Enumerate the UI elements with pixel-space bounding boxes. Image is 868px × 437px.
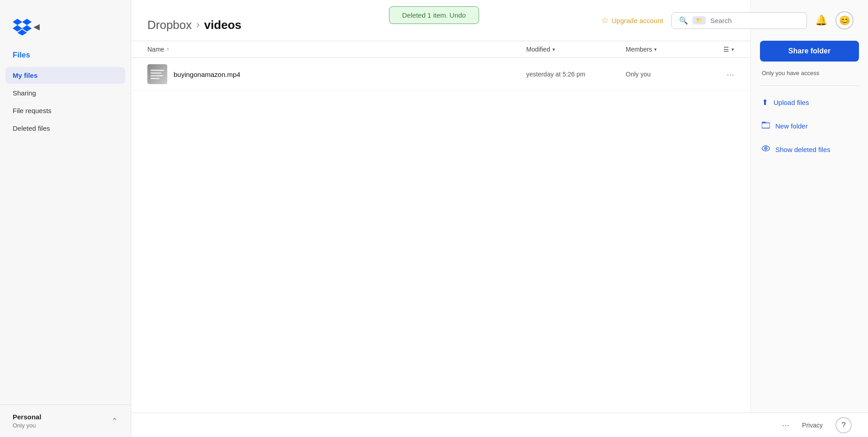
sidebar-account-title: Personal <box>13 413 41 421</box>
sidebar-logo-area: ◀ <box>0 9 131 51</box>
breadcrumb: Dropbox › videos <box>147 18 241 32</box>
modified-dropdown-icon: ▾ <box>552 47 555 52</box>
share-folder-button[interactable]: Share folder <box>760 41 859 62</box>
new-folder-icon <box>762 121 770 131</box>
search-bar[interactable]: 🔍 📁 <box>671 12 807 29</box>
file-thumb-image <box>147 64 167 84</box>
view-dropdown-icon: ▾ <box>731 47 734 52</box>
new-folder-label: New folder <box>775 122 808 130</box>
show-deleted-label: Show deleted files <box>775 146 830 153</box>
file-table-header: Name ↑ Modified ▾ Members ▾ ☰ ▾ <box>131 41 750 58</box>
search-icon: 🔍 <box>679 16 688 25</box>
file-more-button[interactable]: ··· <box>707 69 734 80</box>
dropbox-logo-icon <box>13 17 32 36</box>
search-input[interactable] <box>710 17 799 24</box>
column-name[interactable]: Name ↑ <box>147 46 526 53</box>
column-view-options[interactable]: ☰ ▾ <box>707 46 734 53</box>
bottom-bar: ··· Privacy ? <box>131 413 868 437</box>
sidebar-item-file-requests[interactable]: File requests <box>5 102 125 119</box>
breadcrumb-current: videos <box>204 18 241 32</box>
help-icon: ? <box>841 421 845 430</box>
view-list-icon: ☰ <box>723 46 729 53</box>
sidebar: ◀ Files My files Sharing File requests D… <box>0 0 131 437</box>
sidebar-account-subtitle: Only you <box>13 422 41 429</box>
sidebar-account-chevron-icon[interactable]: ⌃ <box>111 416 118 426</box>
name-sort-icon: ↑ <box>166 46 169 52</box>
bottom-more-button[interactable]: ··· <box>782 420 789 430</box>
file-thumbnail <box>147 64 167 84</box>
sidebar-bottom: Personal Only you ⌃ <box>0 404 131 437</box>
new-folder-action[interactable]: New folder <box>760 118 859 134</box>
sidebar-item-sharing[interactable]: Sharing <box>5 85 125 101</box>
help-button[interactable]: ? <box>835 417 852 433</box>
main-content: Dropbox › videos Name ↑ Modified ▾ Membe… <box>131 0 750 437</box>
panel-divider <box>760 86 859 86</box>
show-deleted-action[interactable]: Show deleted files <box>760 142 859 157</box>
file-name: buyingonamazon.mp4 <box>174 71 526 78</box>
file-modified: yesterday at 5:26 pm <box>526 71 626 78</box>
column-modified[interactable]: Modified ▾ <box>526 46 626 53</box>
sidebar-nav: My files Sharing File requests Deleted f… <box>0 67 131 137</box>
table-row[interactable]: buyingonamazon.mp4 yesterday at 5:26 pm … <box>131 58 750 91</box>
upload-files-action[interactable]: ⬆ Upload files <box>760 95 859 110</box>
upload-files-label: Upload files <box>774 99 809 106</box>
show-deleted-icon <box>762 145 770 154</box>
file-members: Only you <box>626 71 707 78</box>
toast-notification: Deleted 1 item. Undo <box>389 6 479 24</box>
svg-rect-1 <box>762 123 765 124</box>
breadcrumb-parent[interactable]: Dropbox <box>147 18 192 32</box>
upgrade-account-button[interactable]: ☆ Upgrade account <box>601 15 663 25</box>
members-dropdown-icon: ▾ <box>654 47 657 52</box>
upgrade-label: Upgrade account <box>612 17 663 24</box>
sidebar-collapse-button[interactable]: ◀ <box>33 22 40 32</box>
sidebar-item-my-files[interactable]: My files <box>5 67 125 84</box>
top-bar: ☆ Upgrade account 🔍 📁 🔔 😊 <box>601 0 868 41</box>
sidebar-section-label: Files <box>0 51 131 67</box>
sidebar-account-info: Personal Only you <box>13 413 41 429</box>
avatar-emoji: 😊 <box>839 15 850 26</box>
access-info-text: Only you have access <box>760 70 859 76</box>
search-folder-chip: 📁 <box>693 16 706 24</box>
column-members[interactable]: Members ▾ <box>626 46 707 53</box>
star-icon: ☆ <box>601 15 609 25</box>
sidebar-item-deleted-files[interactable]: Deleted files <box>5 120 125 137</box>
avatar[interactable]: 😊 <box>835 11 854 29</box>
notifications-bell-icon[interactable]: 🔔 <box>815 14 827 26</box>
svg-point-4 <box>765 148 766 149</box>
upload-icon: ⬆ <box>762 98 768 107</box>
breadcrumb-separator-icon: › <box>196 19 199 31</box>
right-panel: Share folder Only you have access ⬆ Uplo… <box>750 0 868 437</box>
toast-message: Deleted 1 item. Undo <box>402 11 466 19</box>
privacy-link[interactable]: Privacy <box>802 422 823 429</box>
